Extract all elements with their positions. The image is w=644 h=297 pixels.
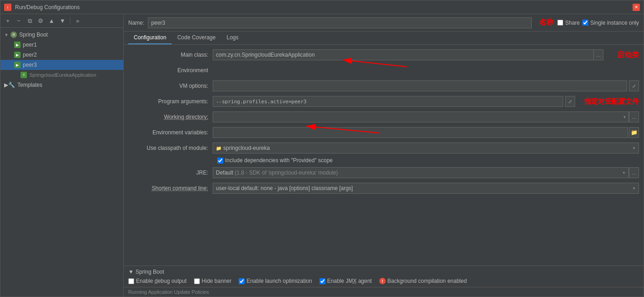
sidebar-item-peer2[interactable]: ▶ peer2 [0,50,123,60]
config-panel: Main class: … 启动类 Environment VM options… [124,45,644,265]
add-config-button[interactable]: + [3,16,12,26]
working-dir-label: Working directory: [128,114,213,120]
tab-configuration[interactable]: Configuration [128,32,172,44]
env-vars-input[interactable] [213,127,628,138]
eureka-app-label: SpringcloudEurekaApplication [29,72,96,78]
main-class-input[interactable] [213,49,593,60]
tab-code-coverage[interactable]: Code Coverage [172,32,221,44]
hide-banner-checkbox[interactable] [194,278,200,284]
env-vars-browse-button[interactable]: 📁 [629,127,639,138]
toolbar-separator [70,17,70,25]
copy-config-button[interactable]: ⧉ [25,16,34,26]
single-instance-checkbox[interactable] [582,20,588,26]
share-checkbox[interactable] [557,20,563,26]
spring-section-toggle[interactable]: ▼ [128,269,134,275]
spring-section-title: Spring Boot [136,269,164,275]
single-instance-label[interactable]: Single instance only [582,20,639,26]
settings-button[interactable]: ⚙ [36,16,45,26]
share-label: Share [565,20,580,26]
main-class-input-group: … [213,49,603,60]
vm-options-expand-button[interactable]: ⤢ [629,80,639,91]
classpath-select-group: 📁 springcloud-eureka ▼ [213,143,639,154]
include-deps-text: Include dependencies with "Provided" sco… [225,157,333,164]
share-checkbox-label[interactable]: Share [557,20,580,26]
sidebar-item-spring-boot[interactable]: ▼ ⚙ Spring Boot [0,30,123,40]
hide-banner-option[interactable]: Hide banner [194,278,231,284]
spring-boot-label: Spring Boot [19,32,48,38]
program-args-label: Program arguments: [128,98,213,105]
tab-logs[interactable]: Logs [221,32,244,44]
peer3-label: peer3 [23,62,37,68]
sidebar-item-eureka-app[interactable]: ☿ SpringcloudEurekaApplication [0,70,123,80]
vm-options-label: VM options: [128,83,213,89]
eureka-app-icon: ☿ [21,72,27,78]
spring-boot-icon: ⚙ [10,32,17,38]
hide-banner-label: Hide banner [202,278,231,284]
move-up-button[interactable]: ▲ [47,16,56,26]
jre-row: JRE: Default (1.8 - SDK of 'springcloud-… [128,166,639,179]
working-dir-dropdown[interactable]: ▼ [621,111,629,122]
classpath-module-icon: 📁 [216,146,221,151]
svg-text:!: ! [7,6,8,9]
name-input[interactable] [148,17,532,28]
enable-launch-opt-checkbox[interactable] [239,278,245,284]
templates-label: Templates [17,82,42,88]
single-instance-text: Single instance only [590,20,639,26]
window-icon: ! [4,4,11,11]
shorten-cmd-row: Shorten command line: user-local default… [128,182,639,195]
vm-options-row: VM options: ⤢ [128,80,639,92]
working-dir-input[interactable] [213,111,621,122]
spring-section: ▼ Spring Boot Enable debug output Hide b… [124,265,644,287]
shorten-cmd-arrow: ▼ [632,186,636,191]
peer3-icon: ▶ [14,62,21,68]
remove-config-button[interactable]: − [14,16,23,26]
enable-debug-checkbox[interactable] [128,278,134,284]
spring-section-options: Enable debug output Hide banner Enable l… [128,278,639,284]
background-compilation-label: Background compilation enabled [387,278,467,284]
sidebar-item-peer1[interactable]: ▶ peer1 [0,40,123,50]
shorten-cmd-value: user-local default: none - java [options… [216,185,353,191]
peer1-label: peer1 [23,42,37,48]
working-dir-browse-button[interactable]: … [629,111,639,122]
environment-label: Environment [128,67,213,74]
sidebar-tree: ▼ ⚙ Spring Boot ▶ peer1 ▶ peer2 ▶ peer3 [0,28,123,297]
jre-input-group: Default (1.8 - SDK of 'springcloud-eurek… [213,167,639,178]
enable-debug-option[interactable]: Enable debug output [128,278,187,284]
classpath-label: Use classpath of module: [128,145,213,151]
enable-jmx-checkbox[interactable] [319,278,325,284]
include-deps-checkbox[interactable] [217,158,223,164]
vm-options-input[interactable] [213,80,627,91]
sidebar: + − ⧉ ⚙ ▲ ▼ » ▼ ⚙ Spring Boot ▶ pe [0,14,124,297]
peer2-label: peer2 [23,52,37,58]
include-deps-row: Include dependencies with "Provided" sco… [128,157,639,164]
run-debug-window: ! Run/Debug Configurations ✕ + − ⧉ ⚙ ▲ ▼… [0,0,644,297]
sidebar-item-peer3[interactable]: ▶ peer3 [0,60,123,70]
share-area: Share Single instance only [557,20,639,26]
templates-expand-icon: ▶ [4,82,8,88]
jre-browse-button[interactable]: … [629,167,639,178]
env-vars-row: Environment variables: 📁 [128,126,639,139]
close-button[interactable]: ✕ [633,4,640,11]
classpath-row: Use classpath of module: 📁 springcloud-e… [128,142,639,154]
enable-jmx-label: Enable JMX agent [327,278,372,284]
enable-launch-opt-option[interactable]: Enable launch optimization [239,278,312,284]
jre-value: Default (1.8 - SDK of 'springcloud-eurek… [216,170,338,176]
program-args-expand-button[interactable]: ⤢ [565,96,575,107]
peer1-icon: ▶ [14,42,21,48]
enable-launch-opt-label: Enable launch optimization [246,278,312,284]
move-down-button[interactable]: ▼ [58,16,67,26]
working-dir-input-group: ▼ … [213,111,639,122]
program-args-input[interactable] [213,96,563,107]
main-content: + − ⧉ ⚙ ▲ ▼ » ▼ ⚙ Spring Boot ▶ pe [0,14,644,297]
sidebar-item-templates[interactable]: ▶ 🔧 Templates [0,80,123,90]
jre-label: JRE: [128,170,213,176]
include-deps-label[interactable]: Include dependencies with "Provided" sco… [217,157,333,164]
templates-icon: 🔧 [8,82,15,88]
peer2-icon: ▶ [14,52,21,58]
classpath-value: springcloud-eureka [223,145,270,151]
enable-jmx-option[interactable]: Enable JMX agent [319,278,372,284]
main-class-browse-button[interactable]: … [593,49,603,60]
chinese-args-annotation: 指定对应配置文件 [584,97,639,106]
warning-icon: ! [379,278,386,284]
more-button[interactable]: » [73,16,82,26]
